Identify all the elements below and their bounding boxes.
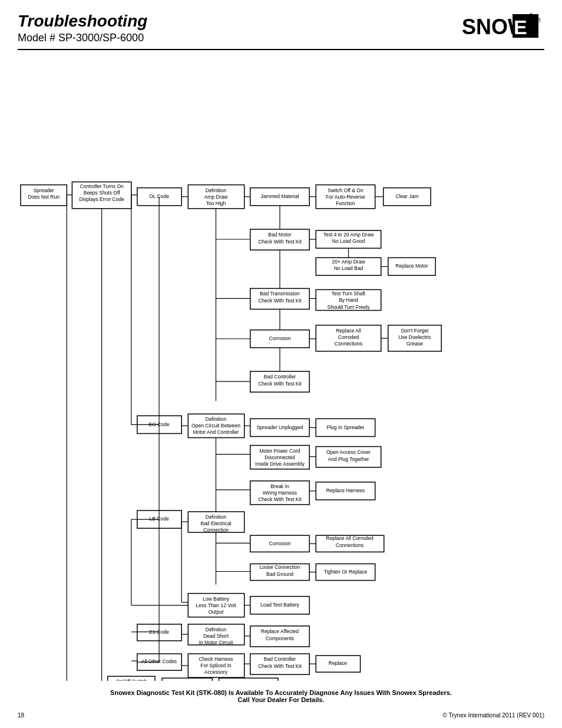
- svg-text:20+ Amp DrawNo Load Bad: 20+ Amp DrawNo Load Bad: [332, 259, 365, 271]
- page-title: Troubleshooting: [18, 12, 147, 31]
- footer-tagline: Snowex Diagnostic Test Kit (STK-080) Is …: [18, 689, 544, 703]
- footer-bottom: 18 © Trynex International 2011 (REV 001): [18, 712, 544, 719]
- svg-text:®: ®: [537, 17, 541, 24]
- title-area: Troubleshooting Model # SP-3000/SP-6000: [18, 12, 147, 44]
- svg-text:DefinitionAmp DrawToo High: DefinitionAmp DrawToo High: [204, 187, 229, 206]
- snowex-logo: SNOW E / ®: [462, 12, 544, 44]
- diagram-container: .node-box { fill: white; stroke: #000; s…: [18, 62, 544, 683]
- logo-area: SNOW E / ®: [462, 12, 544, 44]
- svg-text:Corrosion: Corrosion: [269, 335, 291, 341]
- svg-text:Replace Motor: Replace Motor: [395, 263, 428, 269]
- svg-text:Replace AllCorrodedConnections: Replace AllCorrodedConnections: [335, 328, 362, 347]
- svg-text:Clear Jam: Clear Jam: [396, 193, 419, 199]
- page-subtitle: Model # SP-3000/SP-6000: [18, 32, 147, 44]
- svg-text:Spreader Unplugged: Spreader Unplugged: [257, 424, 303, 430]
- svg-text:Replace Harness: Replace Harness: [326, 487, 365, 493]
- header: Troubleshooting Model # SP-3000/SP-6000 …: [18, 12, 544, 50]
- page-number: 18: [18, 712, 24, 719]
- svg-text:Corrosion: Corrosion: [269, 541, 291, 546]
- troubleshooting-diagram: .node-box { fill: white; stroke: #000; s…: [18, 62, 544, 681]
- svg-text:Load Test Battery: Load Test Battery: [260, 602, 300, 608]
- svg-text:Jammed Material: Jammed Material: [260, 193, 299, 199]
- svg-text:Controller Turns OnBeeps Shuts: Controller Turns OnBeeps Shuts OffDispla…: [80, 183, 124, 202]
- svg-text:/: /: [527, 12, 533, 34]
- svg-text:Tighten Or Replace: Tighten Or Replace: [324, 569, 368, 575]
- svg-text:E: E: [514, 16, 527, 38]
- svg-text:Plug In Spreader: Plug In Spreader: [327, 424, 365, 430]
- svg-rect-141: [162, 678, 212, 681]
- copyright: © Trynex International 2011 (REV 001): [443, 712, 544, 719]
- svg-text:On/Off SwitchLights No Display: On/Off SwitchLights No Display: [112, 679, 151, 681]
- svg-text:Replace: Replace: [329, 660, 348, 666]
